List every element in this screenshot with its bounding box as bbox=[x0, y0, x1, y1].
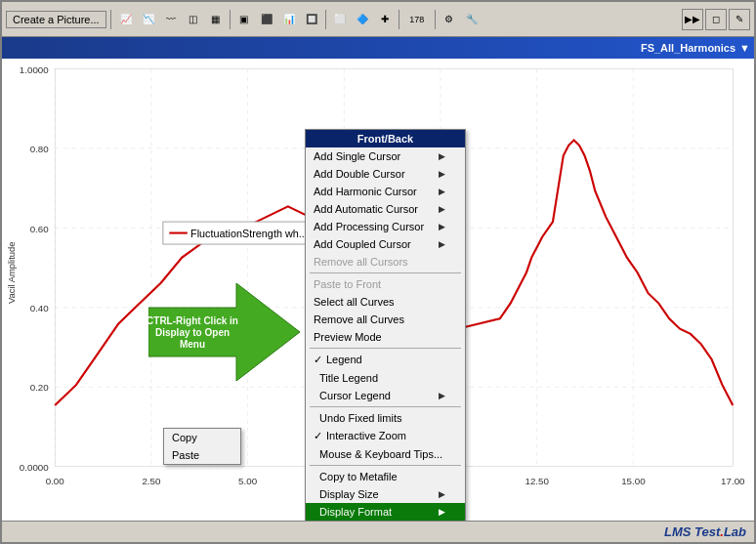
submenu-arrow-3: ▶ bbox=[439, 187, 445, 196]
legend-check: ✓ bbox=[314, 354, 322, 365]
menu-item-add-automatic-cursor[interactable]: Add Automatic Cursor ▶ bbox=[306, 200, 465, 218]
menu-separator-3 bbox=[310, 406, 461, 407]
svg-text:12.50: 12.50 bbox=[525, 477, 548, 487]
toolbar-right: ▶▶ ◻ ✎ bbox=[682, 9, 750, 30]
toolbar-separator-2 bbox=[230, 10, 231, 29]
main-content: 1.0000 0.80 0.60 0.40 0.20 0.0000 0.00 2… bbox=[2, 59, 754, 521]
toolbar-icon-12[interactable]: ✚ bbox=[374, 9, 396, 30]
header-bar: FS_All_Harmonics ▼ bbox=[2, 37, 754, 59]
menu-item-add-coupled-cursor[interactable]: Add Coupled Cursor ▶ bbox=[306, 235, 465, 253]
toolbar-icon-10[interactable]: ⬜ bbox=[329, 9, 351, 30]
menu-item-add-harmonic-cursor[interactable]: Add Harmonic Cursor ▶ bbox=[306, 183, 465, 200]
menu-item-interactive-zoom[interactable]: ✓Interactive Zoom bbox=[306, 427, 465, 445]
menu-item-paste-to-front[interactable]: Paste to Front bbox=[306, 275, 465, 293]
toolbar-icon-3[interactable]: 〰 bbox=[160, 9, 182, 30]
svg-text:0.40: 0.40 bbox=[30, 303, 49, 314]
toolbar-separator-4 bbox=[399, 10, 399, 29]
menu-item-add-single-cursor[interactable]: Add Single Cursor ▶ bbox=[306, 147, 465, 165]
menu-item-undo-fixed-limits[interactable]: Undo Fixed limits bbox=[306, 409, 465, 427]
toolbar-icon-num[interactable]: 178 bbox=[402, 9, 432, 30]
display-format-submenu: Copy Paste bbox=[163, 428, 241, 465]
submenu-item-copy[interactable]: Copy bbox=[164, 429, 240, 446]
submenu-arrow-9: ▶ bbox=[439, 507, 445, 517]
svg-text:Vacil Amplitude: Vacil Amplitude bbox=[6, 242, 17, 305]
svg-text:FluctuationStrength wh...: FluctuationStrength wh... bbox=[190, 228, 308, 239]
submenu-arrow-7: ▶ bbox=[439, 391, 445, 400]
svg-text:0.0000: 0.0000 bbox=[20, 462, 49, 473]
toolbar-icon-8[interactable]: 📊 bbox=[278, 9, 300, 30]
toolbar-icon-4[interactable]: ◫ bbox=[183, 9, 204, 30]
menu-item-add-double-cursor[interactable]: Add Double Cursor ▶ bbox=[306, 165, 465, 183]
status-bar: LMS Test.Lab bbox=[2, 521, 754, 542]
submenu-arrow-5: ▶ bbox=[439, 222, 445, 231]
menu-item-remove-all-curves[interactable]: Remove all Curves bbox=[306, 311, 465, 328]
svg-text:2.50: 2.50 bbox=[142, 477, 160, 487]
svg-text:0.80: 0.80 bbox=[30, 144, 49, 154]
toolbar-icon-6[interactable]: ▣ bbox=[233, 9, 255, 30]
submenu-item-paste[interactable]: Paste bbox=[164, 446, 240, 464]
svg-text:0.60: 0.60 bbox=[30, 224, 49, 234]
menu-item-display-size[interactable]: Display Size ▶ bbox=[306, 485, 465, 503]
header-title: FS_All_Harmonics bbox=[641, 42, 735, 54]
menu-item-remove-all-cursors[interactable]: Remove all Cursors bbox=[306, 253, 465, 271]
toolbar-icon-14[interactable]: 🔧 bbox=[461, 9, 483, 30]
svg-text:1.0000: 1.0000 bbox=[20, 64, 49, 75]
menu-item-cursor-legend[interactable]: Cursor Legend ▶ bbox=[306, 387, 465, 404]
toolbar-right-btn-2[interactable]: ◻ bbox=[705, 9, 727, 30]
submenu-arrow-6: ▶ bbox=[439, 239, 445, 249]
svg-text:17.00: 17.00 bbox=[721, 477, 744, 487]
toolbar-right-btn-3[interactable]: ✎ bbox=[729, 9, 750, 30]
toolbar-icon-7[interactable]: ⬛ bbox=[256, 9, 277, 30]
menu-item-copy-to-metafile[interactable]: Copy to Metafile bbox=[306, 468, 465, 485]
create-picture-button[interactable]: Create a Picture... bbox=[6, 11, 106, 28]
submenu-arrow-2: ▶ bbox=[439, 169, 445, 179]
menu-item-legend[interactable]: ✓Legend bbox=[306, 351, 465, 369]
toolbar: Create a Picture... 📈 📉 〰 ◫ ▦ ▣ ⬛ 📊 🔲 ⬜ … bbox=[2, 2, 754, 37]
main-window: Create a Picture... 📈 📉 〰 ◫ ▦ ▣ ⬛ 📊 🔲 ⬜ … bbox=[0, 0, 756, 544]
context-menu-header: Front/Back bbox=[306, 130, 465, 147]
toolbar-icon-5[interactable]: ▦ bbox=[205, 9, 227, 30]
svg-text:15.00: 15.00 bbox=[621, 477, 645, 487]
lms-logo: LMS Test.Lab bbox=[664, 524, 746, 539]
menu-item-select-all-curves[interactable]: Select all Curves bbox=[306, 293, 465, 311]
context-menu: Front/Back Add Single Cursor ▶ Add Doubl… bbox=[305, 129, 466, 521]
header-dropdown-arrow[interactable]: ▼ bbox=[739, 42, 750, 54]
submenu-arrow-1: ▶ bbox=[439, 151, 445, 161]
toolbar-icons: 📈 📉 〰 ◫ ▦ ▣ ⬛ 📊 🔲 ⬜ 🔷 ✚ 178 ⚙ 🔧 bbox=[115, 9, 483, 30]
toolbar-separator-5 bbox=[435, 10, 436, 29]
submenu-arrow-4: ▶ bbox=[439, 204, 445, 214]
menu-item-display-format[interactable]: Display Format ▶ bbox=[306, 503, 465, 521]
menu-item-add-processing-cursor[interactable]: Add Processing Cursor ▶ bbox=[306, 218, 465, 235]
menu-item-preview-mode[interactable]: Preview Mode bbox=[306, 328, 465, 346]
menu-separator-4 bbox=[310, 465, 461, 466]
toolbar-icon-2[interactable]: 📉 bbox=[138, 9, 159, 30]
svg-text:5.00: 5.00 bbox=[238, 477, 257, 487]
submenu-arrow-8: ▶ bbox=[439, 489, 445, 499]
toolbar-icon-11[interactable]: 🔷 bbox=[352, 9, 373, 30]
toolbar-separator-1 bbox=[110, 10, 111, 29]
toolbar-right-btn-1[interactable]: ▶▶ bbox=[682, 9, 703, 30]
menu-separator-2 bbox=[310, 348, 461, 349]
svg-text:0.20: 0.20 bbox=[30, 383, 49, 394]
zoom-check: ✓ bbox=[314, 430, 322, 441]
svg-text:0.00: 0.00 bbox=[46, 477, 64, 487]
toolbar-icon-9[interactable]: 🔲 bbox=[301, 9, 322, 30]
toolbar-icon-13[interactable]: ⚙ bbox=[439, 9, 460, 30]
menu-item-mouse-keyboard-tips[interactable]: Mouse & Keyboard Tips... bbox=[306, 445, 465, 463]
toolbar-icon-1[interactable]: 📈 bbox=[115, 9, 137, 30]
menu-separator-1 bbox=[310, 272, 461, 273]
menu-item-title-legend[interactable]: Title Legend bbox=[306, 369, 465, 387]
toolbar-separator-3 bbox=[325, 10, 326, 29]
